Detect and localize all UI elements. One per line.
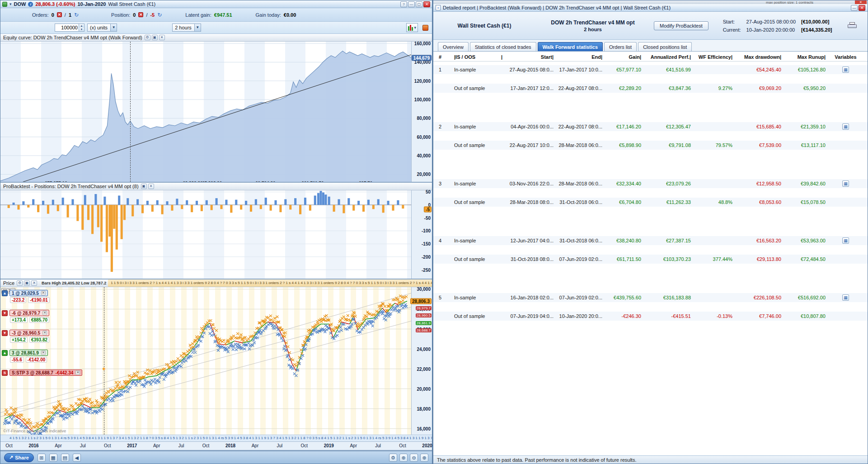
column-header[interactable]: Gain| bbox=[602, 54, 641, 60]
magnifier-icon[interactable]: ⊕ bbox=[399, 454, 408, 462]
detach-window-icon[interactable]: ▣ bbox=[141, 184, 147, 189]
add-user-icon[interactable]: ⊞ bbox=[38, 454, 46, 462]
detach-window-icon[interactable]: ▣ bbox=[152, 35, 158, 40]
tab-orders-list[interactable]: Orders list bbox=[604, 42, 637, 51]
alert-icon[interactable] bbox=[422, 25, 428, 31]
close-panel-icon[interactable]: ✕ bbox=[31, 280, 37, 286]
symbol-label[interactable]: DOW bbox=[14, 1, 26, 7]
grid-view-icon[interactable]: ▦ bbox=[49, 454, 57, 462]
price-y-axis[interactable]: 30,00028,00026,00024,00022,00020,00018,0… bbox=[411, 287, 432, 435]
close-position-icon[interactable]: ✕ bbox=[42, 331, 47, 335]
table-row[interactable]: Out of sample17-Jan-2017 12:0...22-Aug-2… bbox=[433, 84, 868, 93]
variables-icon[interactable]: ▦ bbox=[842, 66, 849, 73]
table-row[interactable]: 4In-sample12-Jun-2017 04:0...31-Oct-2018… bbox=[433, 236, 868, 245]
column-header[interactable]: Annualized Perf.| bbox=[641, 54, 691, 60]
column-header[interactable]: WF Efficiency| bbox=[691, 54, 732, 60]
table-row[interactable]: 3In-sample03-Nov-2016 22:0...28-Mar-2018… bbox=[433, 179, 868, 188]
table-row[interactable]: 1In-sample27-Aug-2015 08:0...17-Jan-2017… bbox=[433, 65, 868, 74]
position-badge[interactable]: S:STP 3 @ 28,688.7-€442.34✕ bbox=[9, 369, 82, 376]
tab-closed-positions-list[interactable]: Closed positions list bbox=[638, 42, 692, 51]
close-position-icon[interactable]: ✕ bbox=[138, 12, 143, 17]
quantity-stepper[interactable]: ▲▼ bbox=[55, 24, 84, 32]
equity-y-axis[interactable]: 160,000140,000120,000100,00080,00060,000… bbox=[411, 42, 432, 182]
positions-panel-titlebar[interactable]: ProBacktest - Positions: DOW 2h TrendCha… bbox=[0, 183, 432, 190]
close-position-icon[interactable]: ✕ bbox=[41, 291, 46, 295]
position-badge[interactable]: 1 @ 29,029.5✕ bbox=[9, 290, 48, 296]
settings-wrench-icon[interactable]: ⚙ bbox=[145, 35, 150, 40]
table-row[interactable]: Out of sample28-Mar-2018 08:0...31-Oct-2… bbox=[433, 198, 868, 207]
table-row[interactable]: 5In-sample16-Jan-2018 02:0...07-Jun-2019… bbox=[433, 293, 868, 302]
position-badge[interactable]: -3 @ 28,960.5✕ bbox=[9, 330, 49, 336]
table-row[interactable]: 2In-sample04-Apr-2016 00:0...22-Aug-2017… bbox=[433, 122, 868, 131]
close-position-icon[interactable]: ✕ bbox=[41, 350, 46, 355]
column-header[interactable]: # bbox=[439, 54, 454, 60]
close-button[interactable]: ✕ bbox=[423, 1, 430, 7]
close-button[interactable]: ✕ bbox=[859, 5, 865, 11]
zoom-in-icon[interactable]: ⊕ bbox=[420, 454, 428, 462]
print-icon[interactable] bbox=[848, 22, 857, 29]
close-panel-icon[interactable]: ✕ bbox=[159, 35, 165, 40]
column-header[interactable]: Max Runup| bbox=[781, 54, 826, 60]
positions-y-axis[interactable]: 500-50-100-150-200-250-5 bbox=[411, 190, 432, 279]
units-select[interactable]: (x) units ▼ bbox=[87, 24, 117, 32]
table-row[interactable]: Out of sample22-Aug-2017 10:0...28-Mar-2… bbox=[433, 141, 868, 150]
minimize-button[interactable]: — bbox=[851, 5, 858, 11]
info-icon[interactable]: i bbox=[28, 2, 33, 7]
column-header[interactable]: | bbox=[501, 54, 508, 60]
position-badge[interactable]: 3 @ 28,861.9✕ bbox=[9, 350, 48, 356]
tab-walk-forward-statistics[interactable]: Walk Forward statistics bbox=[538, 42, 603, 51]
tools-gear-icon[interactable]: ⚙ bbox=[389, 454, 397, 462]
column-header[interactable]: End| bbox=[554, 54, 602, 60]
column-header[interactable]: Max drawdown| bbox=[732, 54, 781, 60]
share-button[interactable]: ↗ Share bbox=[4, 453, 34, 462]
chart-style-button[interactable]: ▾ bbox=[406, 23, 418, 32]
price-panel-titlebar[interactable]: Price ⚙ ▣ ✕ Bars High 29,405.32 Low 28,7… bbox=[0, 279, 432, 287]
position-points: +173.4 bbox=[10, 317, 28, 323]
timeframe-select[interactable]: 2 hours ▼ bbox=[172, 24, 201, 32]
tab-statistics-of-closed-trades[interactable]: Statistics of closed trades bbox=[470, 42, 536, 51]
equity-chart[interactable]: €57,977.10€2,289.20€5,898.90€6,704.80€61… bbox=[0, 42, 411, 182]
quantity-spin-arrows[interactable]: ▲▼ bbox=[79, 24, 84, 31]
help-button[interactable]: ? bbox=[400, 1, 407, 7]
zoom-out-icon[interactable]: ⊖ bbox=[410, 454, 418, 462]
order-icon[interactable]: ▼ bbox=[2, 310, 8, 316]
column-header[interactable]: |IS / OOS bbox=[454, 54, 501, 60]
close-position-icon[interactable]: ✕ bbox=[75, 370, 80, 375]
column-header[interactable]: Start| bbox=[508, 54, 554, 60]
app-close-icon[interactable]: ✕ bbox=[855, 0, 867, 4]
refresh-orders-icon[interactable]: ↻ bbox=[74, 13, 79, 17]
variables-icon[interactable]: ▦ bbox=[842, 294, 849, 301]
tab-overview[interactable]: Overview bbox=[438, 42, 469, 51]
table-row[interactable]: Out of sample31-Oct-2018 08:0...07-Jun-2… bbox=[433, 255, 868, 264]
position-badge[interactable]: -6 @ 28,979.7✕ bbox=[9, 310, 49, 316]
quantity-input[interactable] bbox=[55, 24, 79, 31]
equity-panel-titlebar[interactable]: Equity curve: DOW 2h TrendChaser v4 MM o… bbox=[0, 34, 432, 42]
scroll-left-button[interactable]: ◀ bbox=[73, 454, 81, 462]
modify-probacktest-button[interactable]: Modify ProBacktest bbox=[654, 21, 708, 30]
close-position-icon[interactable]: ✕ bbox=[42, 311, 47, 315]
order-icon[interactable]: ▼ bbox=[2, 330, 8, 336]
variables-icon[interactable]: ▦ bbox=[842, 180, 849, 187]
chart-window-titlebar[interactable]: ▾ DOW i 28,806.3 (-0.60%) 10-Jan-2020 Wa… bbox=[0, 0, 432, 8]
minimize-button[interactable]: — bbox=[408, 1, 415, 7]
price-panel-title: Price bbox=[3, 280, 14, 286]
variables-icon[interactable]: ▦ bbox=[842, 123, 849, 130]
refresh-position-icon[interactable]: ↻ bbox=[157, 13, 162, 17]
maximize-button[interactable]: ▢ bbox=[416, 1, 422, 7]
order-icon[interactable]: ▲ bbox=[2, 290, 8, 296]
calendar-icon[interactable]: ▤ bbox=[61, 454, 69, 462]
column-header[interactable]: Variables bbox=[826, 54, 866, 60]
report-titlebar[interactable]: ≡ Detailed report | ProBacktest (Walk Fo… bbox=[433, 4, 868, 12]
variables-icon[interactable]: ▦ bbox=[842, 237, 849, 244]
positions-chart[interactable] bbox=[0, 190, 411, 279]
order-icon[interactable]: ▲ bbox=[2, 350, 8, 356]
settings-wrench-icon[interactable]: ⚙ bbox=[17, 280, 23, 286]
close-panel-icon[interactable]: ✕ bbox=[148, 184, 154, 189]
cancel-orders-icon[interactable]: ✕ bbox=[57, 12, 62, 17]
price-chart[interactable]: 28,7... ◆ ▲1 @ 29,029.5✕-223.2-€190.01▼-… bbox=[0, 287, 411, 435]
detach-window-icon[interactable]: ▣ bbox=[24, 280, 30, 286]
symbol-dropdown-icon[interactable]: ▾ bbox=[9, 2, 12, 6]
price-x-axis[interactable]: Oct2016AprJulOct2017AprJulOct2018AprJulO… bbox=[0, 441, 432, 450]
table-row[interactable]: Out of sample07-Jun-2019 04:0...10-Jan-2… bbox=[433, 312, 868, 321]
order-icon[interactable]: S bbox=[2, 370, 8, 376]
